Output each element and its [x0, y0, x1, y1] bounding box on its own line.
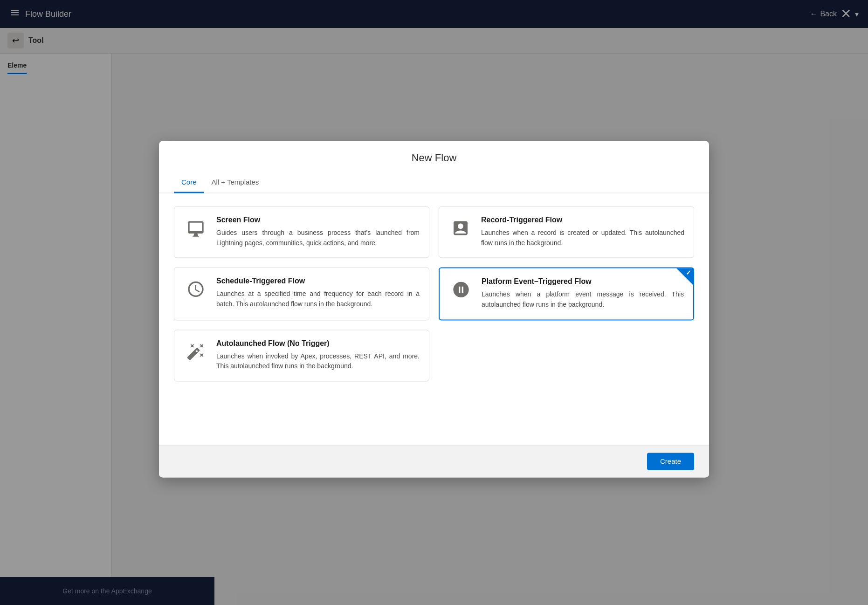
modal-footer: Create	[159, 445, 709, 477]
record-flow-title: Record-Triggered Flow	[481, 216, 684, 224]
flow-cards-grid: Screen Flow Guides users through a busin…	[174, 206, 694, 381]
modal-tabs: Core All + Templates	[174, 173, 694, 192]
schedule-triggered-flow-card[interactable]: Schedule-Triggered Flow Launches at a sp…	[174, 268, 429, 320]
platform-flow-desc: Launches when a platform event message i…	[482, 290, 684, 310]
record-flow-desc: Launches when a record is created or upd…	[481, 228, 684, 248]
platform-flow-content: Platform Event–Triggered Flow Launches w…	[482, 278, 684, 310]
schedule-flow-icon	[184, 277, 208, 302]
record-flow-icon	[448, 216, 473, 240]
schedule-flow-content: Schedule-Triggered Flow Launches at a sp…	[216, 277, 420, 309]
platform-flow-title: Platform Event–Triggered Flow	[482, 278, 684, 286]
screen-flow-desc: Guides users through a business process …	[216, 228, 420, 248]
auto-flow-icon	[184, 339, 208, 364]
screen-flow-card[interactable]: Screen Flow Guides users through a busin…	[174, 206, 429, 258]
screen-flow-title: Screen Flow	[216, 216, 420, 224]
platform-flow-icon	[449, 278, 473, 302]
tab-core[interactable]: Core	[174, 173, 204, 193]
screen-flow-icon	[184, 216, 208, 240]
modal-header: New Flow Core All + Templates	[159, 141, 709, 193]
record-triggered-flow-card[interactable]: Record-Triggered Flow Launches when a re…	[439, 206, 694, 258]
platform-flow-check	[676, 268, 693, 285]
schedule-flow-title: Schedule-Triggered Flow	[216, 277, 420, 286]
autolaunched-flow-card[interactable]: Autolaunched Flow (No Trigger) Launches …	[174, 330, 429, 381]
record-flow-content: Record-Triggered Flow Launches when a re…	[481, 216, 684, 248]
screen-flow-content: Screen Flow Guides users through a busin…	[216, 216, 420, 248]
platform-event-flow-card[interactable]: Platform Event–Triggered Flow Launches w…	[439, 268, 694, 320]
schedule-flow-desc: Launches at a specified time and frequen…	[216, 289, 420, 309]
modal-title: New Flow	[174, 152, 694, 164]
new-flow-modal: New Flow Core All + Templates Screen F	[159, 141, 709, 477]
auto-flow-title: Autolaunched Flow (No Trigger)	[216, 339, 420, 348]
modal-body: Screen Flow Guides users through a busin…	[159, 193, 709, 445]
create-button[interactable]: Create	[647, 453, 694, 470]
auto-flow-desc: Launches when invoked by Apex, processes…	[216, 351, 420, 371]
auto-flow-content: Autolaunched Flow (No Trigger) Launches …	[216, 339, 420, 371]
tab-all-templates[interactable]: All + Templates	[204, 173, 267, 193]
